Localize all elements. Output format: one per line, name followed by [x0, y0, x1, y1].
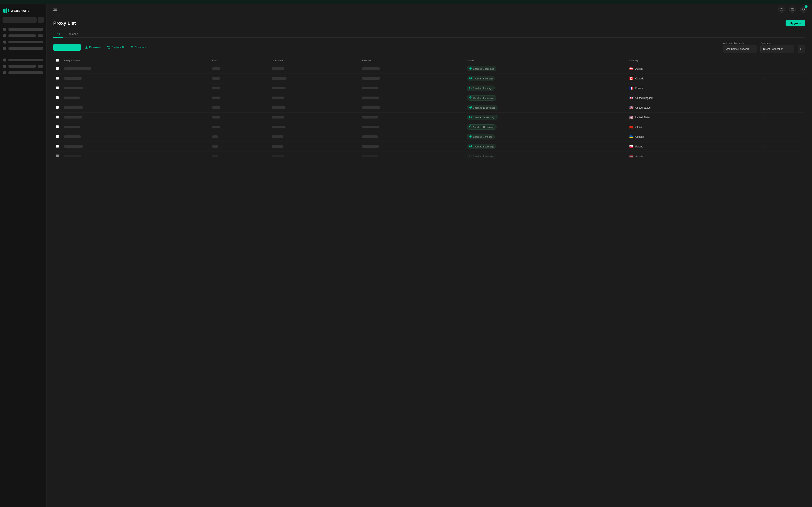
svg-line-16 [802, 50, 803, 50]
sidebar-icon-4 [3, 47, 6, 50]
row-checkbox[interactable] [56, 67, 59, 70]
help-button[interactable] [789, 6, 796, 13]
header-proxy-address: Proxy Address [61, 57, 210, 64]
row-menu-button[interactable]: ⋮ [762, 86, 767, 91]
auth-method-select[interactable]: Username/Password API Key [723, 45, 757, 53]
port-value [212, 77, 220, 80]
notification-button[interactable]: 1 [800, 6, 807, 13]
upgrade-button[interactable]: Upgrade [785, 20, 805, 26]
row-checkbox[interactable] [56, 77, 59, 80]
password-value [362, 67, 380, 70]
connection-select[interactable]: Direct Connection Rotating Proxy [760, 45, 794, 53]
username-value [272, 155, 285, 157]
password-cell [359, 132, 464, 142]
connection-group: Connection Direct Connection Rotating Pr… [760, 42, 794, 53]
status-check-icon [469, 106, 472, 109]
country-value: 🇫🇷 France [629, 86, 756, 90]
sidebar-search-box[interactable] [3, 17, 37, 23]
row-checkbox[interactable] [56, 145, 59, 148]
row-menu-button[interactable]: ⋮ [762, 154, 767, 159]
replace-all-button[interactable]: Replace All [107, 46, 125, 49]
row-menu-button[interactable]: ⋮ [762, 115, 767, 120]
sidebar-section-2 [0, 57, 46, 76]
sidebar-item-1[interactable] [0, 26, 46, 33]
table-header-row: Proxy Address Port Username Password Sta… [53, 57, 805, 64]
sidebar-item-4[interactable] [0, 45, 46, 52]
country-value: 🇨🇳 China [629, 125, 756, 129]
row-checkbox-cell [53, 122, 61, 132]
row-checkbox[interactable] [56, 116, 59, 118]
row-checkbox[interactable] [56, 106, 59, 109]
username-value [272, 126, 286, 128]
proxy-table: Proxy Address Port Username Password Sta… [53, 57, 805, 161]
status-badge: Checked 2 hrs ago [467, 86, 495, 91]
port-value [212, 155, 218, 157]
replace-icon [107, 46, 110, 49]
auth-method-label: Authentication Method [723, 42, 757, 44]
row-checkbox-cell [53, 113, 61, 122]
row-menu-button[interactable]: ⋮ [762, 105, 767, 110]
filter-icon [131, 46, 134, 49]
header-checkbox-col [53, 57, 61, 64]
username-cell [269, 64, 360, 74]
password-cell [359, 113, 464, 122]
select-all-checkbox[interactable] [56, 59, 59, 62]
row-checkbox[interactable] [56, 135, 59, 138]
table-row: Checked 1 secs ago 🇵🇱 Poland ⋮ [53, 142, 805, 152]
row-menu-button[interactable]: ⋮ [762, 66, 767, 71]
row-menu-cell: ⋮ [759, 113, 805, 122]
sidebar-badge-6 [38, 65, 43, 68]
status-text: Checked 1 secs ago [473, 145, 494, 148]
country-name: Ukraine [635, 135, 644, 138]
password-cell [359, 122, 464, 132]
port-value [212, 145, 218, 148]
password-cell [359, 74, 464, 83]
sidebar-section-1 [0, 26, 46, 52]
status-cell: Checked 10 secs ago [464, 103, 627, 113]
tab-replaced[interactable]: Replaced [63, 31, 82, 38]
row-checkbox[interactable] [56, 87, 59, 89]
hamburger-button[interactable] [52, 6, 59, 13]
username-value [272, 145, 283, 148]
port-value [212, 135, 218, 138]
table-search-button[interactable] [798, 45, 805, 53]
row-menu-button[interactable]: ⋮ [762, 134, 767, 139]
app-name: WEBSHARE [11, 9, 30, 12]
row-checkbox[interactable] [56, 96, 59, 99]
proxy-address-value [64, 97, 80, 99]
password-cell [359, 152, 464, 161]
sidebar-item-2[interactable] [0, 33, 46, 39]
username-cell [269, 103, 360, 113]
country-name: Austria [635, 155, 643, 158]
countries-button[interactable]: Countries [131, 46, 146, 49]
row-menu-button[interactable]: ⋮ [762, 124, 767, 130]
row-checkbox-cell [53, 142, 61, 152]
proxy-address-cell [61, 93, 210, 103]
proxy-address-cell [61, 103, 210, 113]
username-value [272, 67, 285, 70]
sidebar-item-6[interactable] [0, 63, 46, 69]
status-cell: Checked 49 secs ago [464, 113, 627, 122]
country-cell: 🇨🇦 Canada [627, 74, 759, 83]
sidebar-search-btn[interactable] [38, 17, 44, 23]
sidebar-item-7[interactable] [0, 69, 46, 76]
status-text: Checked 12 min ago [473, 126, 494, 128]
sidebar-item-3[interactable] [0, 39, 46, 45]
country-value: 🇦🇹 Austria [629, 154, 756, 158]
status-text: Checked 3 secs ago [473, 68, 494, 70]
row-menu-button[interactable]: ⋮ [762, 144, 767, 149]
row-menu-button[interactable]: ⋮ [762, 76, 767, 81]
row-checkbox[interactable] [56, 155, 59, 157]
row-menu-button[interactable]: ⋮ [762, 95, 767, 101]
country-name: Canada [635, 77, 644, 80]
sidebar-item-5[interactable] [0, 57, 46, 63]
sidebar-icon-7 [3, 71, 6, 74]
proxy-address-cell [61, 83, 210, 93]
search-bar[interactable] [53, 44, 81, 51]
row-checkbox[interactable] [56, 125, 59, 128]
theme-toggle-button[interactable] [778, 6, 785, 13]
sidebar-label-6 [8, 65, 36, 68]
tab-all[interactable]: All [53, 31, 63, 38]
country-name: France [635, 87, 643, 90]
download-button[interactable]: Download [84, 46, 101, 49]
